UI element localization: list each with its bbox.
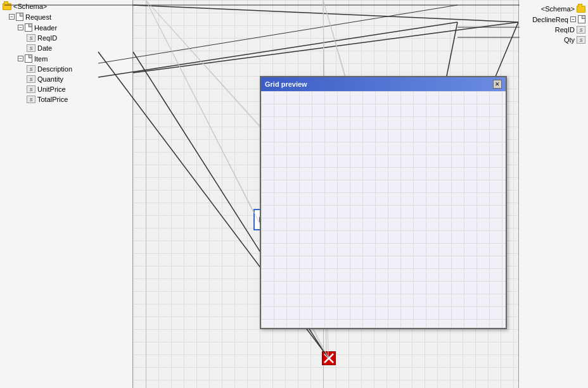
tree-header[interactable]: − Header	[0, 22, 132, 33]
right-qty-field-icon: S	[577, 36, 585, 44]
tree-date[interactable]: S Date	[0, 43, 132, 53]
declinereq-label: DeclineReq	[532, 16, 568, 23]
unitprice-label: UnitPrice	[37, 85, 66, 93]
svg-line-0	[133, 5, 518, 22]
declinereq-doc-icon	[578, 15, 585, 23]
left-schema-root: <Schema>	[0, 0, 132, 11]
right-reqid-label: ReqID	[555, 26, 575, 34]
expand-request-icon[interactable]: −	[9, 14, 15, 20]
dialog-titlebar: Grid preview ✕	[261, 77, 506, 91]
tree-quantity[interactable]: S Quantity	[0, 74, 132, 84]
header-label: Header	[34, 24, 57, 32]
request-label: Request	[25, 13, 51, 21]
totalprice-field-icon: S	[27, 96, 35, 103]
tree-description[interactable]: S Description	[0, 64, 132, 74]
tree-request[interactable]: − Request	[0, 11, 132, 22]
right-tree-reqid[interactable]: ReqID S	[521, 25, 585, 35]
tree-totalprice[interactable]: S TotalPrice	[0, 94, 132, 104]
quantity-label: Quantity	[37, 75, 63, 83]
quantity-field-icon: S	[27, 75, 35, 83]
date-field-icon: S	[27, 44, 35, 52]
item-doc-icon	[25, 54, 32, 63]
right-schema-panel: <Schema> DeclineReq − ReqID S Qty S	[518, 0, 588, 388]
right-schema-title: <Schema>	[541, 5, 575, 13]
right-tree-qty[interactable]: Qty S	[521, 35, 585, 45]
left-schema-panel: <Schema> − Request − Header S ReqID S Da…	[0, 0, 133, 388]
dialog-title: Grid preview	[265, 80, 307, 88]
schema-folder-icon	[3, 3, 11, 10]
reqid-field-icon: S	[27, 34, 35, 42]
right-schema-folder-icon	[577, 6, 585, 13]
right-qty-label: Qty	[564, 36, 575, 44]
canvas-vline-1	[146, 0, 146, 388]
grid-preview-dialog: Grid preview ✕	[260, 76, 507, 329]
dialog-close-button[interactable]: ✕	[493, 80, 502, 89]
right-schema-root: <Schema>	[521, 3, 585, 14]
tree-reqid[interactable]: S ReqID	[0, 33, 132, 43]
right-tree-declinereq[interactable]: DeclineReq −	[521, 14, 585, 25]
description-label: Description	[37, 65, 72, 73]
tree-unitprice[interactable]: S UnitPrice	[0, 84, 132, 94]
request-doc-icon	[16, 13, 23, 21]
left-schema-title: <Schema>	[13, 3, 47, 10]
dialog-content	[261, 91, 506, 328]
totalprice-label: TotalPrice	[37, 96, 68, 103]
expand-declinereq-icon[interactable]: −	[570, 16, 576, 22]
svg-line-1	[133, 22, 518, 73]
description-field-icon: S	[27, 65, 35, 73]
red-x-node[interactable]	[322, 351, 336, 366]
item-label: Item	[34, 55, 48, 63]
main-canvas: − Grid preview ✕ <Schema>	[0, 0, 588, 388]
date-label: Date	[37, 44, 52, 52]
unitprice-field-icon: S	[27, 85, 35, 93]
right-reqid-field-icon: S	[577, 26, 585, 34]
expand-item-icon[interactable]: −	[18, 56, 23, 61]
canvas-area: − Grid preview ✕	[133, 0, 518, 388]
tree-item[interactable]: − Item	[0, 53, 132, 64]
expand-header-icon[interactable]: −	[18, 25, 23, 30]
header-doc-icon	[25, 23, 32, 32]
reqid-label: ReqID	[37, 34, 57, 42]
